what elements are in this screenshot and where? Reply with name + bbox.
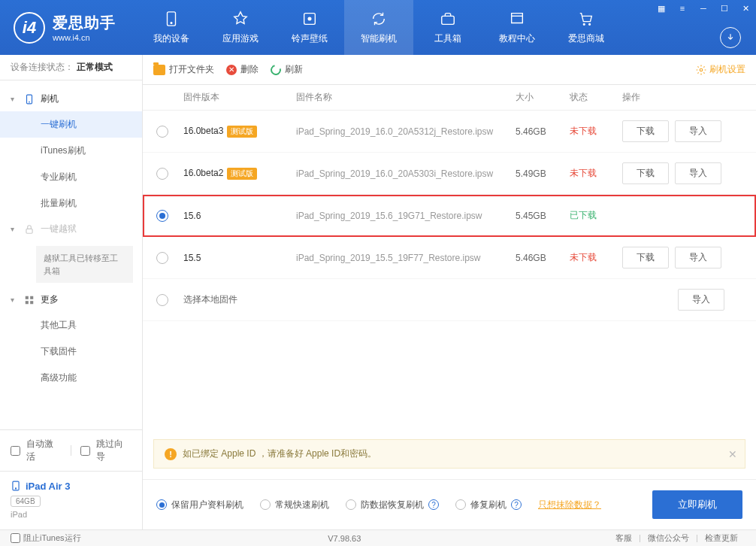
- nav-refresh[interactable]: 智能刷机: [344, 0, 413, 55]
- sidebar-item[interactable]: iTunes刷机: [0, 138, 142, 164]
- download-button[interactable]: 下载: [622, 162, 669, 184]
- import-button[interactable]: 导入: [675, 162, 721, 184]
- sidebar: 设备连接状态： 正常模式 ▾ 刷机 一键刷机iTunes刷机专业刷机批量刷机 ▾…: [0, 55, 143, 529]
- toolbox-icon: [439, 10, 457, 28]
- sidebar-item[interactable]: 下载固件: [0, 338, 142, 365]
- radio-local[interactable]: [156, 294, 168, 306]
- folder-icon: [153, 65, 165, 75]
- refresh-button[interactable]: 刷新: [271, 63, 303, 76]
- import-button[interactable]: 导入: [675, 247, 721, 268]
- beta-badge: 测试版: [227, 126, 257, 138]
- th-size: 大小: [516, 91, 570, 104]
- app-subtitle: www.i4.cn: [53, 33, 116, 42]
- opt-anti-recovery[interactable]: 防数据恢复刷机?: [346, 499, 439, 511]
- sidebar-more-label: 更多: [41, 293, 59, 306]
- open-folder-button[interactable]: 打开文件夹: [153, 63, 214, 76]
- sidebar-item[interactable]: 一键刷机: [0, 111, 142, 138]
- nav-store[interactable]: 爱思商城: [552, 0, 621, 55]
- download-indicator-icon[interactable]: [720, 27, 741, 48]
- svg-rect-9: [26, 229, 32, 233]
- local-firmware-row[interactable]: 选择本地固件 导入: [143, 279, 756, 321]
- footer-update[interactable]: 检查更新: [705, 532, 738, 544]
- tablet-icon: [11, 479, 21, 493]
- radio-select[interactable]: [156, 252, 168, 264]
- import-button[interactable]: 导入: [678, 289, 724, 311]
- refresh-icon: [268, 62, 283, 77]
- fw-version: 15.6: [183, 211, 296, 221]
- svg-rect-12: [26, 301, 29, 304]
- sidebar-group-flash[interactable]: ▾ 刷机: [0, 86, 142, 111]
- help-icon[interactable]: ?: [428, 499, 439, 510]
- th-status: 状态: [570, 91, 622, 104]
- radio-select[interactable]: [156, 168, 168, 180]
- toolbar: 打开文件夹 ✕ 删除 刷新 刷机设置: [143, 55, 756, 85]
- firmware-row[interactable]: 15.6 iPad_Spring_2019_15.6_19G71_Restore…: [143, 195, 756, 237]
- info-banner: ! 如已绑定 Apple ID ，请准备好 Apple ID和密码。 ✕: [153, 439, 745, 469]
- refresh-icon: [370, 10, 388, 28]
- fw-size: 5.45GB: [516, 211, 570, 221]
- svg-rect-11: [30, 296, 33, 299]
- opt-repair[interactable]: 修复刷机?: [455, 499, 522, 511]
- fw-version: 16.0beta3测试版: [183, 126, 296, 138]
- win-menu-icon[interactable]: ≡: [672, 0, 693, 17]
- win-maximize-icon[interactable]: ☐: [714, 0, 735, 17]
- radio-select[interactable]: [156, 126, 168, 138]
- flash-now-button[interactable]: 立即刷机: [652, 490, 742, 519]
- status-footer: 阻止iTunes运行 V7.98.63 客服 微信公众号 检查更新: [0, 529, 756, 546]
- gear-icon: [696, 65, 706, 75]
- sidebar-jailbreak-label: 一键越狱: [41, 223, 77, 235]
- firmware-row[interactable]: 16.0beta3测试版 iPad_Spring_2019_16.0_20A53…: [143, 111, 756, 153]
- sidebar-group-jailbreak: ▾ 一键越狱: [0, 217, 142, 241]
- nav-device[interactable]: 我的设备: [137, 0, 206, 55]
- sidebar-item[interactable]: 批量刷机: [0, 190, 142, 217]
- app-header: i4 爱思助手 www.i4.cn 我的设备应用游戏铃声壁纸智能刷机工具箱教程中…: [0, 0, 756, 55]
- device-name-text: iPad Air 3: [26, 481, 70, 492]
- footer-wechat[interactable]: 微信公众号: [648, 532, 689, 544]
- svg-point-16: [700, 68, 703, 71]
- nav-tutorial[interactable]: 教程中心: [482, 0, 552, 55]
- skip-wizard-checkbox[interactable]: [80, 446, 90, 456]
- firmware-row[interactable]: 15.5 iPad_Spring_2019_15.5_19F77_Restore…: [143, 237, 756, 279]
- import-button[interactable]: 导入: [675, 120, 721, 142]
- opt-keep-data[interactable]: 保留用户资料刷机: [156, 499, 243, 511]
- svg-point-1: [171, 23, 172, 24]
- sidebar-group-more[interactable]: ▾ 更多: [0, 287, 142, 312]
- grid-icon: [24, 295, 35, 305]
- nav-apps[interactable]: 应用游戏: [206, 0, 275, 55]
- fw-name: iPad_Spring_2019_15.6_19G71_Restore.ipsw: [296, 211, 516, 221]
- device-icon: [162, 10, 180, 28]
- flash-icon: [24, 94, 35, 105]
- delete-button[interactable]: ✕ 删除: [226, 63, 259, 76]
- footer-service[interactable]: 客服: [615, 532, 632, 544]
- close-icon[interactable]: ✕: [728, 448, 737, 460]
- main-content: 打开文件夹 ✕ 删除 刷新 刷机设置 固件版本 固件名称 大小 状态 操作: [143, 55, 756, 529]
- erase-link[interactable]: 只想抹除数据？: [538, 499, 601, 511]
- fw-version: 15.5: [183, 253, 296, 263]
- sidebar-item[interactable]: 专业刷机: [0, 164, 142, 190]
- auto-activate-checkbox[interactable]: [11, 446, 20, 456]
- win-close-icon[interactable]: ✕: [735, 0, 756, 17]
- block-itunes-checkbox[interactable]: [11, 533, 20, 543]
- th-version: 固件版本: [183, 91, 296, 104]
- win-minimize-icon[interactable]: ─: [693, 0, 714, 17]
- jailbreak-notice: 越狱工具已转移至工具箱: [36, 246, 133, 283]
- warning-icon: !: [165, 448, 177, 460]
- delete-icon: ✕: [226, 65, 237, 75]
- app-title: 爱思助手: [53, 13, 116, 33]
- radio-select[interactable]: [156, 210, 168, 222]
- help-icon[interactable]: ?: [511, 499, 522, 510]
- flash-options: 保留用户资料刷机 常规快速刷机 防数据恢复刷机? 修复刷机? 只想抹除数据？ 立…: [143, 479, 756, 529]
- sidebar-item[interactable]: 高级功能: [0, 365, 142, 391]
- table-header: 固件版本 固件名称 大小 状态 操作: [143, 85, 756, 111]
- win-grid-icon[interactable]: ▦: [651, 0, 672, 17]
- th-ops: 操作: [622, 91, 742, 104]
- device-info: iPad Air 3 64GB iPad: [0, 471, 142, 529]
- opt-normal[interactable]: 常规快速刷机: [260, 499, 329, 511]
- flash-settings-button[interactable]: 刷机设置: [696, 63, 745, 76]
- nav-toolbox[interactable]: 工具箱: [413, 0, 482, 55]
- firmware-row[interactable]: 16.0beta2测试版 iPad_Spring_2019_16.0_20A53…: [143, 153, 756, 195]
- download-button[interactable]: 下载: [622, 247, 669, 268]
- nav-music[interactable]: 铃声壁纸: [275, 0, 344, 55]
- sidebar-item[interactable]: 其他工具: [0, 312, 142, 338]
- download-button[interactable]: 下载: [622, 120, 669, 142]
